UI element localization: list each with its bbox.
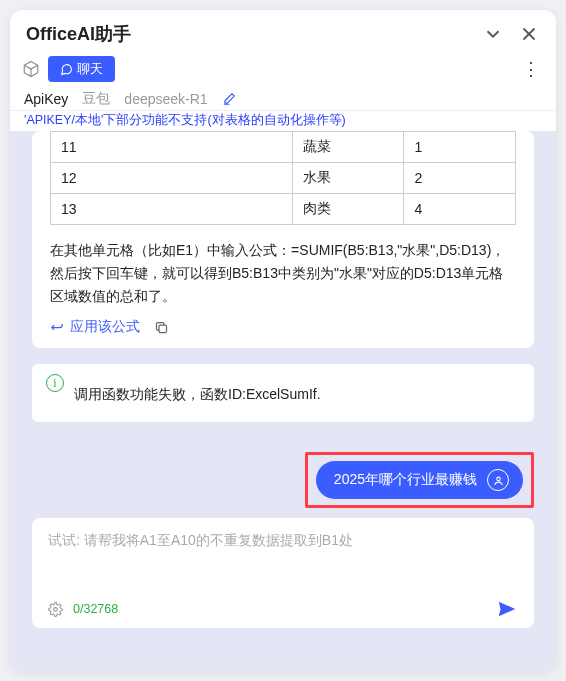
info-icon: i — [46, 374, 64, 392]
cell: 11 — [51, 132, 293, 163]
gear-icon[interactable] — [48, 602, 63, 617]
app-title: OfficeAI助手 — [26, 22, 468, 46]
error-message: i 调用函数功能失败，函数ID:ExcelSumIf. — [32, 364, 534, 422]
cell: 4 — [404, 194, 516, 225]
cube-icon[interactable] — [22, 60, 40, 78]
table-row: 12 水果 2 — [51, 163, 516, 194]
user-message-row: 2025年哪个行业最赚钱 — [32, 452, 534, 508]
collapse-icon[interactable] — [482, 23, 504, 45]
assistant-message: 11 蔬菜 1 12 水果 2 13 肉类 4 在其他单元格（比如E1）中输入公… — [32, 131, 534, 348]
edit-icon[interactable] — [222, 92, 236, 106]
tab-deepseek[interactable]: deepseek-R1 — [124, 91, 207, 107]
chat-tab-label: 聊天 — [77, 60, 103, 78]
svg-point-5 — [54, 607, 58, 611]
cell: 12 — [51, 163, 293, 194]
chat-tab[interactable]: 聊天 — [48, 56, 115, 82]
svg-rect-3 — [159, 325, 167, 333]
header: OfficeAI助手 — [10, 10, 556, 52]
table-row: 11 蔬菜 1 — [51, 132, 516, 163]
char-counter: 0/32768 — [73, 602, 118, 616]
api-tabs-row: ApiKey 豆包 deepseek-R1 — [10, 88, 556, 111]
message-input[interactable]: 试试: 请帮我将A1至A10的不重复数据提取到B1处 — [48, 532, 518, 574]
app-panel: OfficeAI助手 聊天 ⋮ ApiKey 豆包 deepseek-R1 'A… — [10, 10, 556, 671]
cell: 1 — [404, 132, 516, 163]
user-message-text: 2025年哪个行业最赚钱 — [334, 471, 477, 489]
apply-formula-label: 应用该公式 — [70, 318, 140, 336]
cell: 肉类 — [292, 194, 404, 225]
message-input-card[interactable]: 试试: 请帮我将A1至A10的不重复数据提取到B1处 0/32768 — [32, 518, 534, 628]
tab-doubao[interactable]: 豆包 — [82, 90, 110, 108]
assistant-explanation: 在其他单元格（比如E1）中输入公式：=SUMIF(B5:B13,"水果",D5:… — [50, 225, 516, 318]
cell: 水果 — [292, 163, 404, 194]
input-footer: 0/32768 — [48, 598, 518, 620]
more-menu-icon[interactable]: ⋮ — [522, 60, 540, 78]
svg-point-4 — [496, 477, 499, 480]
send-button[interactable] — [496, 598, 518, 620]
cell: 13 — [51, 194, 293, 225]
user-avatar-icon — [487, 469, 509, 491]
data-table: 11 蔬菜 1 12 水果 2 13 肉类 4 — [50, 131, 516, 225]
table-row: 13 肉类 4 — [51, 194, 516, 225]
close-icon[interactable] — [518, 23, 540, 45]
chat-area: 11 蔬菜 1 12 水果 2 13 肉类 4 在其他单元格（比如E1）中输入公… — [10, 131, 556, 671]
apply-formula-button[interactable]: 应用该公式 — [50, 318, 140, 336]
copy-icon[interactable] — [154, 320, 169, 335]
tab-apikey[interactable]: ApiKey — [24, 91, 68, 107]
error-text: 调用函数功能失败，函数ID:ExcelSumIf. — [74, 374, 321, 404]
cell: 蔬菜 — [292, 132, 404, 163]
highlight-annotation: 2025年哪个行业最赚钱 — [305, 452, 534, 508]
cell: 2 — [404, 163, 516, 194]
sub-header: 聊天 ⋮ — [10, 52, 556, 88]
warning-text: 'APIKEY/本地'下部分功能不支持(对表格的自动化操作等) — [10, 111, 556, 131]
user-message-bubble: 2025年哪个行业最赚钱 — [316, 461, 523, 499]
assistant-actions: 应用该公式 — [50, 318, 516, 336]
